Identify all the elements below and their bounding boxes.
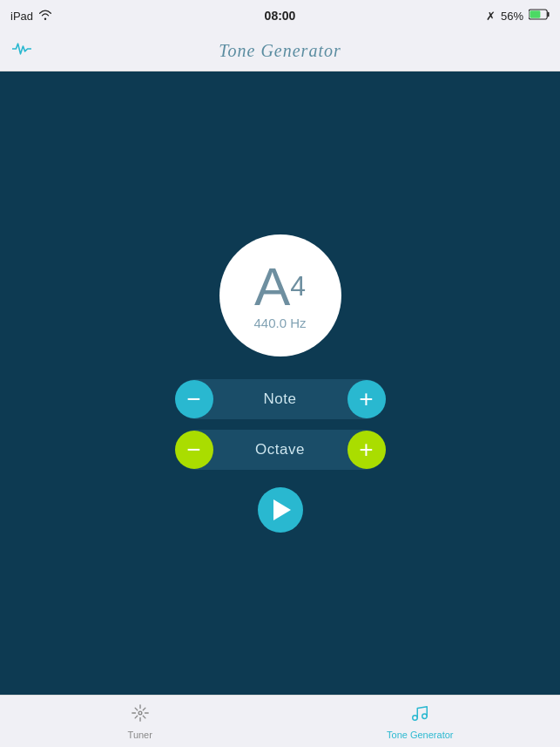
note-frequency: 440.0 Hz	[253, 316, 306, 330]
note-display: A 4	[254, 260, 306, 314]
tab-tuner[interactable]: Tuner	[0, 703, 280, 740]
svg-line-8	[135, 708, 138, 710]
play-icon	[273, 499, 291, 520]
controls: − Note + − Octave +	[176, 379, 385, 470]
device-label: iPad	[10, 10, 33, 23]
note-minus-button[interactable]: −	[175, 380, 213, 418]
bluetooth-icon: ✗	[486, 10, 496, 23]
app-title: Tone Generator	[219, 41, 341, 61]
tab-tone-generator[interactable]: Tone Generator	[280, 703, 561, 740]
svg-rect-2	[530, 10, 540, 17]
wifi-icon	[38, 10, 52, 23]
main-content: A 4 440.0 Hz − Note + − Octave +	[0, 71, 560, 695]
octave-plus-button[interactable]: +	[347, 431, 386, 469]
tuner-icon	[131, 703, 150, 728]
note-control-row: − Note +	[176, 379, 385, 419]
nav-bar: Tone Generator	[0, 31, 560, 71]
svg-line-9	[143, 716, 145, 718]
tone-generator-icon	[410, 703, 429, 728]
status-left: iPad	[10, 10, 52, 23]
note-circle: A 4 440.0 Hz	[219, 234, 341, 357]
status-time: 08:00	[265, 9, 296, 23]
svg-point-13	[422, 713, 428, 718]
tab-tone-generator-label: Tone Generator	[387, 730, 453, 740]
pulse-icon	[12, 42, 31, 60]
play-button[interactable]	[258, 487, 303, 533]
svg-rect-1	[548, 12, 550, 17]
svg-point-12	[413, 715, 418, 720]
svg-line-10	[135, 716, 138, 718]
note-plus-button[interactable]: +	[347, 380, 386, 418]
battery-icon	[529, 9, 550, 23]
note-letter: A	[254, 260, 290, 314]
status-bar: iPad 08:00 ✗ 56%	[0, 0, 560, 31]
tab-bar: Tuner Tone Generator	[0, 695, 560, 747]
note-octave: 4	[290, 272, 306, 300]
octave-control-row: − Octave +	[176, 430, 385, 470]
battery-percent: 56%	[501, 10, 523, 23]
status-right: ✗ 56%	[486, 9, 550, 23]
tab-tuner-label: Tuner	[128, 730, 152, 740]
svg-point-3	[138, 711, 142, 715]
octave-minus-button[interactable]: −	[175, 431, 213, 469]
svg-line-11	[143, 708, 145, 710]
